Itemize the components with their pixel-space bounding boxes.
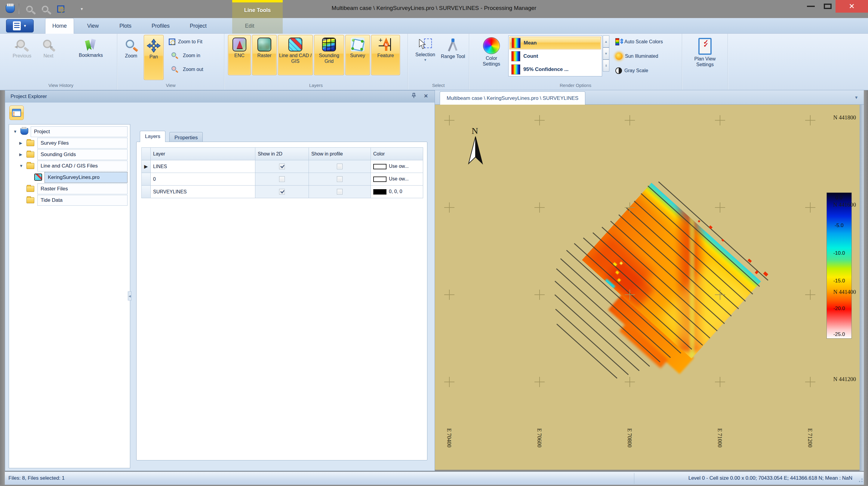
layer-survey-button[interactable]: Survey — [345, 35, 370, 75]
maximize-button[interactable] — [819, 0, 836, 12]
chevron-down-icon[interactable]: ▼ — [13, 129, 18, 134]
sun-icon — [615, 53, 623, 60]
folder-icon — [27, 152, 34, 158]
next-view-button[interactable]: ▸ Next — [38, 35, 59, 80]
previous-view-button[interactable]: ◂ Previous — [9, 35, 35, 80]
show-in-profile-checkbox[interactable] — [337, 176, 343, 182]
grid-cross-icon — [534, 290, 545, 300]
layer-raster-button[interactable]: Raster — [252, 35, 277, 75]
color-cell[interactable]: Use ow... — [371, 160, 423, 173]
show-in-2d-checkbox[interactable] — [279, 163, 285, 169]
layer-enc-button[interactable]: ENC — [228, 35, 251, 75]
column-layer[interactable]: Layer — [151, 148, 255, 160]
tab-project[interactable]: Project — [182, 18, 214, 34]
group-caption: View — [117, 83, 224, 88]
tab-view[interactable]: View — [79, 18, 107, 34]
application-menu-button[interactable]: ▼ — [6, 19, 34, 32]
pin-icon[interactable] — [410, 93, 418, 100]
outlier-sounding — [709, 225, 713, 229]
gray-scale-toggle[interactable]: Gray Scale — [615, 66, 648, 76]
more-modes-button[interactable]: ⇟ — [603, 60, 609, 71]
color-wheel-icon — [483, 37, 500, 54]
tree-item-survey-files[interactable]: Survey Files — [37, 138, 127, 149]
table-row[interactable]: SURVEYLINES 0, 0, 0 — [142, 186, 423, 198]
render-mode-mean[interactable]: Mean — [509, 37, 601, 49]
plan-view-map[interactable]: N — [435, 105, 860, 470]
layer-line-cad-gis-button[interactable]: Line and CAD / GIS — [278, 35, 313, 75]
show-in-profile-checkbox[interactable] — [337, 189, 343, 194]
color-swatch — [373, 189, 386, 194]
scroll-up-button[interactable]: ▲ — [603, 35, 609, 48]
auto-scale-colors-toggle[interactable]: ⇕ Auto Scale Colors — [615, 37, 663, 47]
plan-view-settings-button[interactable]: Plan View Settings — [687, 35, 723, 87]
sounding-grid-layer-icon — [322, 38, 336, 52]
tab-plots[interactable]: Plots — [112, 18, 139, 34]
close-button[interactable]: ✕ — [836, 0, 868, 12]
depth-color-scale — [827, 192, 852, 339]
pan-button[interactable]: Pan — [144, 35, 164, 80]
northing-label: N 441600 — [833, 202, 856, 208]
bookmarks-button[interactable]: Bookmarks — [71, 35, 110, 80]
layer-feature-button[interactable]: +N Feature — [371, 35, 400, 75]
grid-cross-icon — [805, 377, 815, 387]
pan-icon — [147, 39, 161, 53]
range-tool-button[interactable]: Range Tool — [440, 35, 466, 84]
survey-line — [555, 309, 629, 375]
column-show-in-profile[interactable]: Show in profile — [309, 148, 371, 160]
tab-layers[interactable]: Layers — [140, 131, 165, 142]
render-mode-confidence[interactable]: 95% Confidence ... — [509, 63, 601, 76]
document-tab-active[interactable]: Multibeam case \ KeringSurveyLines.pro \… — [440, 91, 585, 105]
grid-cross-icon — [625, 377, 635, 387]
zoom-in-button[interactable]: Zoom in — [168, 51, 200, 61]
render-mode-count[interactable]: Count — [509, 50, 601, 63]
table-row[interactable]: 0 Use ow... — [142, 173, 423, 186]
color-cell[interactable]: Use ow... — [371, 173, 423, 186]
zoom-in-icon — [171, 52, 178, 59]
layer-sounding-grid-button[interactable]: Sounding Grid — [314, 35, 344, 75]
tab-profiles[interactable]: Profiles — [144, 18, 178, 34]
tree-item-sounding-grids[interactable]: Sounding Grids — [37, 149, 127, 160]
group-caption: Select — [408, 83, 469, 88]
show-in-2d-checkbox[interactable] — [279, 176, 285, 182]
chevron-down-icon[interactable]: ▼ — [19, 163, 24, 168]
layer-name-cell[interactable]: LINES — [151, 160, 255, 173]
selection-button[interactable]: Selection ▼ — [412, 35, 438, 84]
explorer-view-toggle-button[interactable] — [9, 105, 24, 120]
grid-cross-icon — [444, 115, 455, 125]
chevron-right-icon[interactable]: ▶ — [19, 141, 24, 145]
contextual-tab-label: Line Tools — [244, 7, 271, 13]
chevron-right-icon[interactable]: ▶ — [19, 152, 24, 157]
table-row[interactable]: ▶ LINES Use ow... — [142, 160, 423, 173]
document-list-dropdown[interactable]: ▼ — [854, 95, 858, 100]
show-in-2d-checkbox[interactable] — [279, 189, 285, 194]
row-selector-header — [142, 148, 151, 160]
group-select: Selection ▼ Range Tool Select — [408, 34, 469, 90]
show-in-profile-checkbox[interactable] — [337, 163, 343, 169]
zoom-out-button[interactable]: Zoom out — [168, 64, 203, 74]
layers-table: Layer Show in 2D Show in profile Color ▶… — [142, 147, 423, 198]
tree-item-tide-data[interactable]: Tide Data — [37, 195, 127, 206]
tab-edit[interactable]: Edit — [237, 18, 262, 34]
tree-item-project[interactable]: Project — [31, 126, 127, 137]
minimize-button[interactable] — [802, 0, 819, 12]
column-color[interactable]: Color — [371, 148, 423, 160]
easting-label: E 70600 — [536, 428, 542, 448]
tree-item-line-cad-gis-files[interactable]: Line and CAD / GIS Files — [37, 161, 127, 172]
layer-name-cell[interactable]: SURVEYLINES — [151, 186, 255, 198]
tree-item-keringsurveylines[interactable]: KeringSurveyLines.pro — [44, 172, 127, 183]
color-settings-button[interactable]: Color Settings — [476, 35, 506, 84]
group-view-history: ◂ Previous ▸ Next Bookmarks View History — [5, 34, 117, 90]
zoom-to-fit-button[interactable]: Zoom to Fit — [168, 37, 203, 47]
layer-name-cell[interactable]: 0 — [151, 173, 255, 186]
tree-item-raster-files[interactable]: Raster Files — [37, 183, 127, 194]
column-show-in-2d[interactable]: Show in 2D — [255, 148, 309, 160]
scroll-down-button[interactable]: ▼ — [603, 48, 609, 60]
range-tool-icon — [446, 38, 460, 52]
close-panel-icon[interactable]: ✕ — [422, 93, 430, 100]
document-tab-bar: Multibeam case \ KeringSurveyLines.pro \… — [435, 90, 864, 105]
tab-home[interactable]: Home — [45, 18, 74, 34]
color-cell[interactable]: 0, 0, 0 — [371, 186, 423, 198]
zoom-button[interactable]: Zoom — [120, 35, 142, 80]
panel-splitter-arrow[interactable]: ◀ — [128, 292, 131, 300]
sun-illuminated-toggle[interactable]: Sun Illuminated — [615, 51, 658, 61]
